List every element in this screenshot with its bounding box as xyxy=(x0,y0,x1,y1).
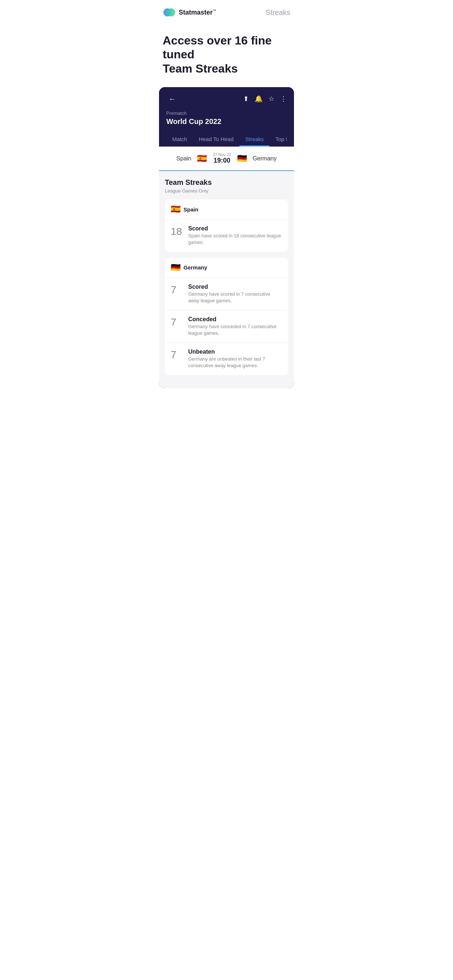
logo-icon xyxy=(163,6,176,19)
germany-team-header: 🇩🇪 Germany xyxy=(165,258,288,278)
germany-streak-item-2: 7 Unbeaten Germany are unbeaten in their… xyxy=(165,343,288,375)
match-time: 19:00 xyxy=(213,157,231,164)
prematch-label: Prematch xyxy=(166,110,287,116)
spain-streak-number-0: 18 xyxy=(171,225,182,238)
match-time-block: 27 Nov 22 19:00 xyxy=(213,153,231,164)
share-icon[interactable]: ⬆ xyxy=(243,95,249,103)
tab-head-to-head[interactable]: Head To Head xyxy=(193,133,239,146)
germany-streak-item-0: 7 Scored Germany have scored in 7 consec… xyxy=(165,278,288,310)
germany-streak-card: 🇩🇪 Germany 7 Scored Germany have scored … xyxy=(165,258,288,375)
match-date: 27 Nov 22 xyxy=(213,153,231,157)
germany-streak-info-1: Conceded Germany have conceded in 7 cons… xyxy=(188,316,282,337)
spain-streak-info-0: Scored Spain have scored in 18 consecuti… xyxy=(188,225,282,246)
germany-team-name: Germany xyxy=(183,264,207,270)
spain-team-name: Spain xyxy=(183,206,198,213)
germany-streak-info-0: Scored Germany have scored in 7 consecut… xyxy=(188,284,282,304)
streaks-label: Streaks xyxy=(266,8,290,17)
spain-team-header: 🇪🇸 Spain xyxy=(165,199,288,220)
tab-bar: Match Head To Head Streaks Top Players F… xyxy=(166,133,287,146)
app-card: ← ⬆ 🔔 ☆ ⋮ Prematch World Cup 2022 Match … xyxy=(159,87,294,388)
spain-streak-label-0: Scored xyxy=(188,225,282,232)
germany-streak-number-1: 7 xyxy=(171,316,182,328)
away-flag: 🇩🇪 xyxy=(237,154,247,163)
section-subtitle: League Games Only xyxy=(165,188,288,194)
spain-streak-desc-0: Spain have scored in 18 consecutive leag… xyxy=(188,232,282,246)
section-title: Team Streaks xyxy=(165,178,288,187)
home-team-name: Spain xyxy=(177,155,191,162)
home-flag: 🇪🇸 xyxy=(197,154,207,163)
match-bar: Spain 🇪🇸 27 Nov 22 19:00 🇩🇪 Germany xyxy=(159,146,294,171)
spain-flag: 🇪🇸 xyxy=(171,205,180,214)
back-arrow-icon: ← xyxy=(169,95,176,103)
app-title: World Cup 2022 xyxy=(166,118,287,126)
germany-streak-number-0: 7 xyxy=(171,284,182,296)
bell-icon[interactable]: 🔔 xyxy=(255,95,263,103)
germany-streak-desc-0: Germany have scored in 7 consecutive awa… xyxy=(188,291,282,304)
logo-text: Statmaster™ xyxy=(179,9,216,16)
tab-match[interactable]: Match xyxy=(166,133,193,146)
content-area: Team Streaks League Games Only 🇪🇸 Spain … xyxy=(159,171,294,388)
away-team-name: Germany xyxy=(253,155,277,162)
spain-streak-card: 🇪🇸 Spain 18 Scored Spain have scored in … xyxy=(165,199,288,251)
hero-section: Access over 16 fine tuned Team Streaks xyxy=(155,25,298,87)
app-nav-top: ← ⬆ 🔔 ☆ ⋮ xyxy=(166,93,287,105)
germany-streak-number-2: 7 xyxy=(171,348,182,361)
svg-point-1 xyxy=(167,8,175,16)
logo-area: Statmaster™ xyxy=(163,6,216,19)
germany-streak-desc-1: Germany have conceded in 7 consecutive l… xyxy=(188,323,282,337)
tab-streaks[interactable]: Streaks xyxy=(239,133,270,146)
germany-flag: 🇩🇪 xyxy=(171,263,180,272)
top-bar: Statmaster™ Streaks xyxy=(155,0,298,25)
germany-streak-label-1: Conceded xyxy=(188,316,282,323)
tab-top-players[interactable]: Top Players xyxy=(270,133,287,146)
germany-streak-info-2: Unbeaten Germany are unbeaten in their l… xyxy=(188,348,282,369)
spain-streak-item-0: 18 Scored Spain have scored in 18 consec… xyxy=(165,220,288,251)
back-button[interactable]: ← xyxy=(166,93,178,105)
germany-streak-label-2: Unbeaten xyxy=(188,348,282,355)
germany-streak-label-0: Scored xyxy=(188,284,282,290)
star-icon[interactable]: ☆ xyxy=(268,95,274,103)
hero-headline: Access over 16 fine tuned Team Streaks xyxy=(163,33,290,75)
germany-streak-desc-2: Germany are unbeaten in their last 7 con… xyxy=(188,356,282,369)
more-icon[interactable]: ⋮ xyxy=(280,95,287,103)
germany-streak-item-1: 7 Conceded Germany have conceded in 7 co… xyxy=(165,310,288,343)
app-header: ← ⬆ 🔔 ☆ ⋮ Prematch World Cup 2022 Match … xyxy=(159,87,294,146)
nav-icons: ⬆ 🔔 ☆ ⋮ xyxy=(243,95,287,103)
